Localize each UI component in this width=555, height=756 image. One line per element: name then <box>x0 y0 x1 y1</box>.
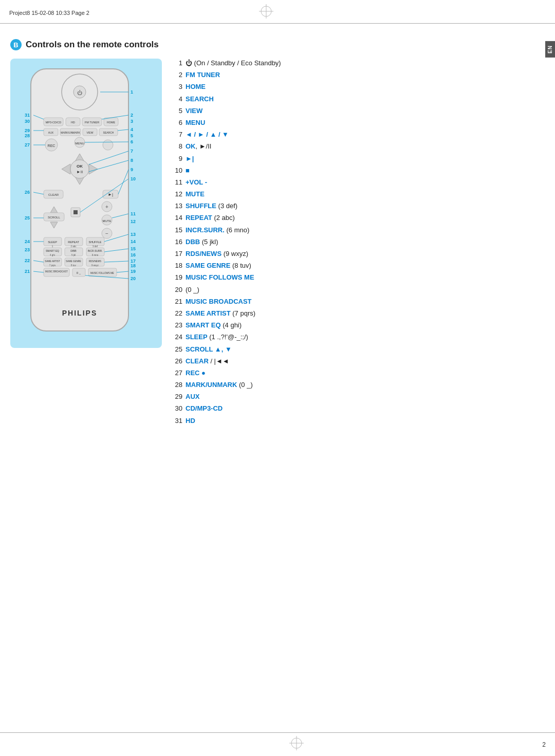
item-blue-text: MUTE <box>186 190 205 198</box>
item-blue-text: ■ <box>186 167 190 174</box>
svg-text:SAME GENRE: SAME GENRE <box>66 260 81 263</box>
svg-text:MP3-CD/CD: MP3-CD/CD <box>46 121 62 124</box>
item-number: 23 <box>172 321 182 330</box>
item-blue-text: CLEAR <box>186 357 209 365</box>
item-label: MUSIC FOLLOWS ME <box>186 273 254 282</box>
numbered-list: 1⏻ (On / Standby / Eco Standby)2FM TUNER… <box>172 59 540 428</box>
svg-text:►|: ►| <box>108 192 113 197</box>
item-number: 25 <box>172 345 182 354</box>
footer-bar: 2 <box>0 732 555 756</box>
content-row: ⏻ MP3-CD/CD HD FM TUNER HOME AUX MARK/UN… <box>10 59 540 428</box>
svg-text:HOME: HOME <box>107 121 116 124</box>
svg-text:2: 2 <box>131 113 133 118</box>
list-item: 18SAME GENRE (8 tuv) <box>172 261 540 270</box>
svg-text:INCR.SURR.: INCR.SURR. <box>87 249 102 252</box>
svg-text:18: 18 <box>131 263 136 268</box>
svg-text:HD: HD <box>71 121 75 124</box>
list-item: 30CD/MP3-CD <box>172 404 540 413</box>
list-item: 28MARK/UNMARK (0 _) <box>172 380 540 390</box>
svg-text:1: 1 <box>131 89 133 95</box>
svg-text:23: 23 <box>25 247 30 252</box>
item-label: OK, ►/II <box>186 142 211 151</box>
svg-text:−: − <box>105 231 108 236</box>
svg-text:7 pqrs: 7 pqrs <box>49 264 56 267</box>
list-item: 24SLEEP (1 .,?!'@-_:;/) <box>172 333 540 342</box>
list-item: 25SCROLL ▲, ▼ <box>172 345 540 354</box>
svg-text:SHUFFLE: SHUFFLE <box>88 241 101 244</box>
list-item: 1⏻ (On / Standby / Eco Standby) <box>172 59 540 68</box>
item-label: SCROLL ▲, ▼ <box>186 345 232 354</box>
svg-text:11: 11 <box>131 211 136 216</box>
list-item: 7◄ / ► / ▲ / ▼ <box>172 130 540 139</box>
footer-crosshair <box>50 736 542 753</box>
svg-text:REC: REC <box>48 144 55 147</box>
item-number: 19 <box>172 273 182 282</box>
item-blue-text: CD/MP3-CD <box>186 404 223 412</box>
item-label: SLEEP (1 .,?!'@-_:;/) <box>186 333 248 342</box>
section-title: Controls on the remote controls <box>26 40 159 50</box>
svg-text:VIEW: VIEW <box>87 131 94 134</box>
item-number: 21 <box>172 297 182 306</box>
item-number: 6 <box>172 118 182 127</box>
svg-text:4: 4 <box>131 127 133 132</box>
item-blue-text: SAME GENRE <box>186 262 230 269</box>
item-blue-text: REC ● <box>186 369 206 377</box>
list-item: 14REPEAT (2 abc) <box>172 213 540 223</box>
item-normal-text: , ►/II <box>196 142 212 150</box>
header-bar: Project8 15-02-08 10:33 Page 2 <box>0 0 555 24</box>
list-item: 3HOME <box>172 82 540 91</box>
svg-text:12: 12 <box>131 219 136 224</box>
header-text: Project8 15-02-08 10:33 Page 2 <box>9 10 89 16</box>
item-blue-text: FM TUNER <box>186 71 220 79</box>
list-item: 22SAME ARTIST (7 pqrs) <box>172 309 540 318</box>
svg-text:MUSIC FOLLOWS ME: MUSIC FOLLOWS ME <box>90 272 114 274</box>
item-label: CLEAR / |◄◄ <box>186 357 229 366</box>
item-number: 7 <box>172 130 182 139</box>
item-blue-text: SLEEP <box>186 333 208 341</box>
item-label: FM TUNER <box>186 70 220 80</box>
svg-text:19: 19 <box>131 269 136 274</box>
item-label: +VOL - <box>186 178 207 187</box>
item-normal-text: (1 .,?!'@-_:;/) <box>208 333 248 341</box>
svg-text:21: 21 <box>25 269 30 274</box>
list-item: 20(0 _) <box>172 285 540 294</box>
side-tab-en: EN <box>545 41 555 58</box>
section-badge: B <box>10 39 22 50</box>
svg-text:7: 7 <box>131 149 133 154</box>
item-normal-text: (0 _) <box>186 286 199 293</box>
list-item: 2FM TUNER <box>172 70 540 80</box>
item-label: (0 _) <box>186 285 199 294</box>
svg-text:OK: OK <box>77 164 83 169</box>
item-number: 4 <box>172 95 182 104</box>
item-blue-text: MUSIC FOLLOWS ME <box>186 273 254 281</box>
item-label: REPEAT (2 abc) <box>186 213 235 223</box>
svg-text:MUSIC BROADCAST: MUSIC BROADCAST <box>45 270 68 273</box>
svg-text:MUTE: MUTE <box>103 219 112 223</box>
svg-point-32 <box>70 160 89 178</box>
svg-text:RDS/NEWS: RDS/NEWS <box>89 260 101 263</box>
list-item: 21MUSIC BROADCAST <box>172 297 540 306</box>
item-label: HOME <box>186 82 206 91</box>
item-label: ►| <box>186 154 194 163</box>
item-blue-text: SEARCH <box>186 95 214 103</box>
svg-text:SCROLL: SCROLL <box>48 216 61 219</box>
item-blue-text: MUSIC BROADCAST <box>186 298 252 305</box>
item-number: 14 <box>172 213 182 223</box>
svg-text:9: 9 <box>131 167 133 172</box>
item-number: 8 <box>172 142 182 151</box>
item-blue-text: SCROLL ▲, ▼ <box>186 345 232 353</box>
svg-text:15: 15 <box>131 246 136 251</box>
item-label: SMART EQ (4 ghi) <box>186 321 242 330</box>
item-label: HD <box>186 416 195 426</box>
svg-text:SMART EQ: SMART EQ <box>46 249 59 252</box>
item-normal-text: (2 abc) <box>212 214 235 222</box>
list-item: 12MUTE <box>172 190 540 199</box>
svg-text:9 wxyz: 9 wxyz <box>91 264 99 267</box>
item-normal-text: (0 _) <box>237 381 252 389</box>
page-number: 2 <box>542 741 546 748</box>
svg-text:16: 16 <box>131 252 136 257</box>
item-blue-text: SHUFFLE <box>186 202 216 210</box>
list-item: 8OK, ►/II <box>172 142 540 151</box>
svg-text:AUX: AUX <box>48 131 54 134</box>
item-label: SAME ARTIST (7 pqrs) <box>186 309 255 318</box>
